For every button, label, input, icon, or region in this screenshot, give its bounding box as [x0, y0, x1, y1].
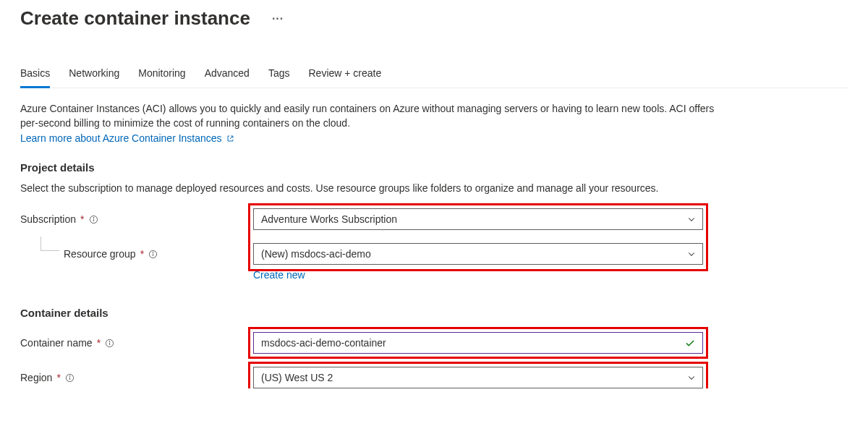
- tab-advanced[interactable]: Advanced: [205, 63, 250, 88]
- region-label-text: Region: [20, 372, 52, 383]
- region-value: (US) West US 2: [261, 372, 333, 383]
- intro-text: Azure Container Instances (ACI) allows y…: [20, 101, 715, 145]
- container-name-label: Container name *: [20, 337, 253, 349]
- project-details-desc: Select the subscription to manage deploy…: [20, 181, 715, 195]
- region-label: Region *: [20, 372, 253, 383]
- required-asterisk: *: [140, 248, 144, 260]
- subscription-label-text: Subscription: [20, 213, 76, 225]
- tab-monitoring[interactable]: Monitoring: [138, 63, 185, 88]
- svg-point-2: [93, 217, 94, 218]
- resource-group-row: Resource group * (New) msdocs-aci-demo: [20, 243, 848, 265]
- container-name-label-text: Container name: [20, 337, 93, 349]
- container-name-input[interactable]: msdocs-aci-demo-container: [253, 332, 703, 354]
- svg-point-8: [109, 341, 110, 341]
- region-select[interactable]: (US) West US 2: [253, 367, 703, 388]
- subscription-value: Adventure Works Subscription: [261, 213, 397, 225]
- required-asterisk: *: [97, 337, 101, 349]
- svg-point-11: [69, 375, 70, 376]
- required-asterisk: *: [56, 372, 60, 383]
- more-icon[interactable]: ···: [272, 12, 284, 25]
- container-details-heading: Container details: [20, 307, 848, 319]
- intro-body: Azure Container Instances (ACI) allows y…: [20, 103, 714, 129]
- info-icon[interactable]: [148, 250, 158, 259]
- tab-review-create[interactable]: Review + create: [309, 63, 382, 88]
- subscription-row: Subscription * Adventure Works Subscript…: [20, 208, 848, 230]
- required-asterisk: *: [80, 213, 84, 225]
- tab-tags[interactable]: Tags: [268, 63, 290, 88]
- svg-point-5: [153, 252, 153, 252]
- create-new-row: Create new: [253, 269, 848, 281]
- info-icon[interactable]: [89, 215, 98, 224]
- resource-group-label: Resource group *: [20, 248, 253, 260]
- container-name-value: msdocs-aci-demo-container: [261, 337, 386, 349]
- info-icon[interactable]: [105, 339, 114, 348]
- project-details-heading: Project details: [20, 161, 848, 174]
- subscription-select[interactable]: Adventure Works Subscription: [253, 208, 703, 230]
- subscription-label: Subscription *: [20, 213, 253, 225]
- tab-networking[interactable]: Networking: [69, 63, 119, 88]
- resource-group-select[interactable]: (New) msdocs-aci-demo: [253, 243, 703, 265]
- wizard-tabs: Basics Networking Monitoring Advanced Ta…: [20, 63, 848, 88]
- resource-group-value: (New) msdocs-aci-demo: [261, 248, 371, 260]
- tree-line-icon: [41, 237, 59, 251]
- learn-more-label: Learn more about Azure Container Instanc…: [20, 132, 222, 144]
- page-title-text: Create container instance: [20, 7, 250, 30]
- tab-basics[interactable]: Basics: [20, 63, 50, 88]
- resource-group-label-text: Resource group: [64, 248, 136, 260]
- page-title: Create container instance ···: [20, 7, 848, 30]
- region-row: Region * (US) West US 2: [20, 367, 848, 388]
- learn-more-link[interactable]: Learn more about Azure Container Instanc…: [20, 132, 234, 144]
- external-link-icon: [226, 135, 234, 142]
- create-new-link[interactable]: Create new: [253, 269, 305, 281]
- container-name-row: Container name * msdocs-aci-demo-contain…: [20, 332, 848, 354]
- info-icon[interactable]: [65, 373, 75, 383]
